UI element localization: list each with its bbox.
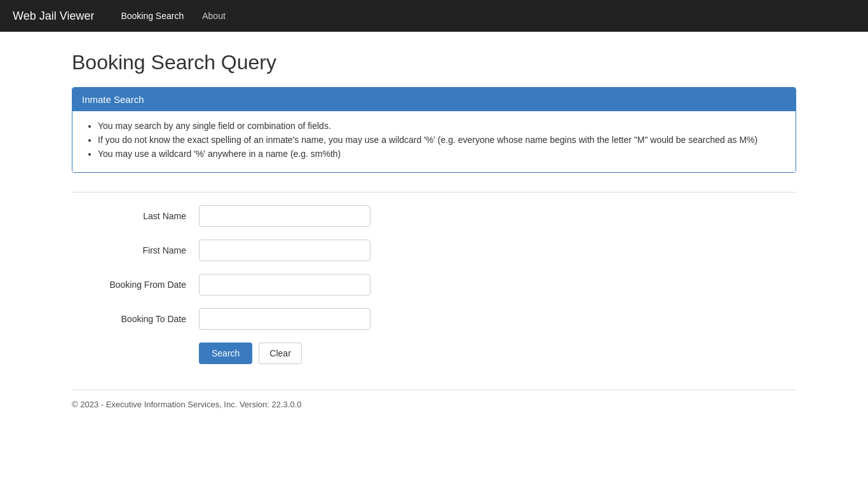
booking-from-date-label: Booking From Date <box>72 280 199 290</box>
booking-to-date-input[interactable] <box>199 308 370 330</box>
last-name-label: Last Name <box>72 211 199 221</box>
info-bullet-list: You may search by any single field or co… <box>85 121 783 159</box>
nav-item-booking-search: Booking Search <box>113 6 191 26</box>
info-panel-body: You may search by any single field or co… <box>72 111 796 172</box>
search-button[interactable]: Search <box>199 342 252 364</box>
info-panel-header: Inmate Search <box>72 88 796 111</box>
booking-from-date-group: Booking From Date <box>72 274 796 295</box>
footer-text: © 2023 - Executive Information Services,… <box>72 400 302 409</box>
navbar-nav: Booking Search About <box>113 6 233 26</box>
nav-item-about: About <box>194 6 233 26</box>
booking-from-date-input[interactable] <box>199 274 370 295</box>
nav-link-booking-search[interactable]: Booking Search <box>113 6 191 26</box>
search-form: Last Name First Name Booking From Date B… <box>72 192 796 364</box>
navbar-brand[interactable]: Web Jail Viewer <box>13 10 94 23</box>
page-title: Booking Search Query <box>72 51 796 74</box>
clear-button[interactable]: Clear <box>259 342 301 364</box>
first-name-input[interactable] <box>199 240 370 261</box>
last-name-input[interactable] <box>199 205 370 227</box>
info-bullet-2: If you do not know the exact spelling of… <box>98 135 783 145</box>
navbar: Web Jail Viewer Booking Search About <box>0 0 868 32</box>
info-bullet-3: You may use a wildcard '%' anywhere in a… <box>98 149 783 159</box>
first-name-label: First Name <box>72 245 199 255</box>
info-panel: Inmate Search You may search by any sing… <box>72 87 796 173</box>
nav-link-about[interactable]: About <box>194 6 233 26</box>
main-content: Booking Search Query Inmate Search You m… <box>59 32 809 428</box>
footer: © 2023 - Executive Information Services,… <box>72 390 796 409</box>
booking-to-date-label: Booking To Date <box>72 314 199 324</box>
booking-to-date-group: Booking To Date <box>72 308 796 330</box>
button-group: Search Clear <box>72 342 796 364</box>
info-bullet-1: You may search by any single field or co… <box>98 121 783 131</box>
first-name-group: First Name <box>72 240 796 261</box>
last-name-group: Last Name <box>72 205 796 227</box>
